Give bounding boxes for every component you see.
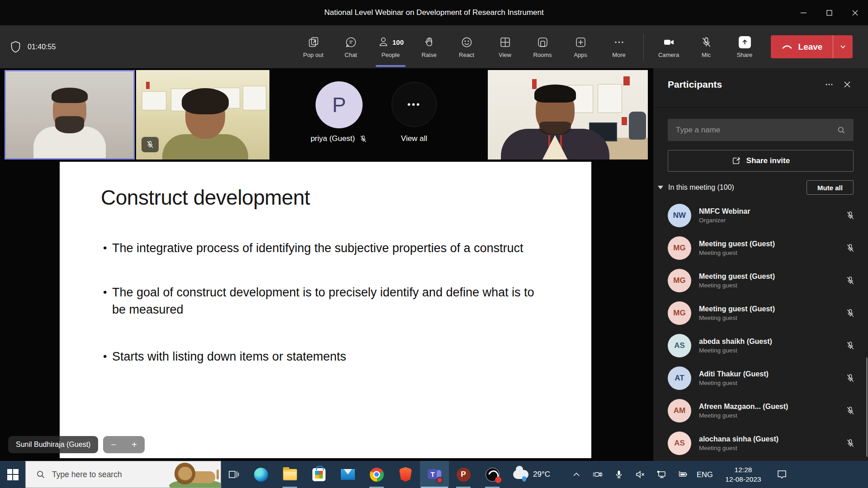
- chat-button[interactable]: Chat: [332, 29, 370, 65]
- participant-name: Meeting guest (Guest): [699, 305, 775, 313]
- leave-button[interactable]: Leave: [771, 35, 853, 58]
- mic-muted-icon[interactable]: [845, 341, 855, 351]
- mic-muted-icon[interactable]: [845, 373, 855, 383]
- maximize-button[interactable]: [816, 0, 842, 25]
- participant-row[interactable]: AM Afreen Mazgaon... (Guest)Meeting gues…: [653, 394, 868, 427]
- brave-icon: [399, 467, 412, 482]
- taskbar-app-edge[interactable]: [246, 461, 275, 488]
- camera-button[interactable]: Camera: [650, 29, 688, 65]
- zoom-out-button[interactable]: −: [111, 440, 116, 449]
- speaker-muted-icon: [635, 469, 646, 480]
- participant-row[interactable]: AS alochana sinha (Guest)Meeting guest: [653, 427, 868, 460]
- mic-muted-icon[interactable]: [845, 211, 855, 221]
- taskbar-app-chrome[interactable]: [362, 461, 391, 488]
- popout-icon: [307, 36, 320, 48]
- video-tile-1[interactable]: [5, 70, 135, 160]
- mic-muted-icon[interactable]: [845, 406, 855, 416]
- taskbar-app-teams[interactable]: T: [420, 461, 449, 488]
- raise-hand-button[interactable]: Raise: [410, 29, 448, 65]
- rooms-button[interactable]: Rooms: [524, 29, 561, 65]
- taskbar-app-file-explorer[interactable]: [275, 461, 304, 488]
- taskbar-app-brave[interactable]: [391, 461, 420, 488]
- taskbar-app-store[interactable]: [304, 461, 333, 488]
- notification-badge: [436, 477, 443, 483]
- clock[interactable]: 12:28 12-08-2023: [717, 465, 770, 484]
- mic-muted-icon: [700, 36, 712, 48]
- shared-presentation-slide: Construct development The integrative pr…: [60, 162, 591, 458]
- mic-muted-icon[interactable]: [845, 276, 855, 286]
- search-highlight-lion-image[interactable]: [172, 461, 221, 488]
- tray-battery[interactable]: [672, 461, 693, 488]
- minimize-button[interactable]: [791, 0, 816, 25]
- video-feed-1: [6, 71, 133, 158]
- mic-button[interactable]: Mic: [687, 29, 725, 65]
- taskbar-app-obs[interactable]: [478, 461, 507, 488]
- mic-muted-icon[interactable]: [845, 308, 855, 318]
- avatar-initial: P: [332, 93, 346, 117]
- action-center-button[interactable]: [770, 461, 793, 488]
- popout-button[interactable]: Pop out: [294, 29, 332, 65]
- tray-expand-button[interactable]: [566, 461, 587, 488]
- video-feed-3: [488, 70, 648, 160]
- chevron-down-icon[interactable]: [658, 186, 663, 189]
- more-button[interactable]: More: [600, 29, 638, 65]
- camera-icon: [663, 36, 675, 48]
- people-count: 100: [392, 38, 404, 46]
- participant-search-input[interactable]: [668, 126, 837, 135]
- video-tile-3[interactable]: [488, 70, 648, 160]
- tray-volume[interactable]: [629, 461, 651, 488]
- zoom-in-button[interactable]: +: [132, 440, 137, 449]
- participants-more-button[interactable]: [820, 77, 838, 92]
- battery-icon: [677, 469, 688, 480]
- tray-mic[interactable]: [608, 461, 629, 488]
- share-button[interactable]: Share: [726, 29, 764, 65]
- avatar: AM: [668, 399, 691, 422]
- tray-camera[interactable]: [587, 461, 608, 488]
- mic-muted-icon[interactable]: [845, 438, 855, 448]
- video-tile-2[interactable]: [136, 70, 269, 160]
- start-button[interactable]: [0, 461, 25, 488]
- avatar: AS: [668, 334, 691, 357]
- panel-scrollbar[interactable]: [866, 357, 868, 457]
- taskbar-search[interactable]: [25, 461, 221, 488]
- participant-row[interactable]: AT Aditi Thakur (Guest)Meeting guest: [653, 362, 868, 394]
- participant-avatar-priya[interactable]: P: [316, 81, 363, 128]
- participant-row[interactable]: MG Meeting guest (Guest)Meeting guest: [653, 264, 868, 297]
- date: 12-08-2023: [717, 474, 770, 484]
- participant-row[interactable]: AS abeda shaikh (Guest)Meeting guest: [653, 329, 868, 362]
- weather-widget[interactable]: 29°C: [513, 470, 566, 479]
- mic-muted-icon[interactable]: [845, 243, 855, 253]
- participant-list: NW NMFC WebinarOrganizer MG Meeting gues…: [653, 199, 868, 461]
- rooms-icon: [537, 36, 549, 48]
- taskbar-search-input[interactable]: [52, 470, 147, 479]
- participant-row[interactable]: NW NMFC WebinarOrganizer: [653, 199, 868, 232]
- participant-row[interactable]: MG Meeting guest (Guest)Meeting guest: [653, 232, 868, 264]
- mute-all-button[interactable]: Mute all: [807, 180, 854, 195]
- task-view-button[interactable]: [221, 461, 246, 488]
- close-icon: [843, 80, 852, 89]
- view-button[interactable]: View: [486, 29, 524, 65]
- system-tray: 29°C ENG 12:28 12-08-2023: [513, 461, 793, 488]
- tray-network[interactable]: [651, 461, 672, 488]
- participant-role: Meeting guest: [699, 412, 845, 419]
- react-button[interactable]: React: [448, 29, 486, 65]
- participants-close-button[interactable]: [838, 77, 856, 92]
- avatar-name-label: priya (Guest): [280, 134, 398, 143]
- meeting-timer: 01:40:55: [10, 25, 56, 68]
- leave-options-button[interactable]: [833, 35, 853, 58]
- participant-row[interactable]: MG Meeting guest (Guest)Meeting guest: [653, 297, 868, 329]
- people-button[interactable]: 100 People: [369, 29, 412, 65]
- window-title: National Level Webinar on Development of…: [0, 8, 868, 17]
- taskbar-app-psiphon[interactable]: P: [449, 461, 478, 488]
- participant-search[interactable]: [668, 119, 854, 141]
- mail-icon: [341, 469, 355, 480]
- taskbar-app-mail[interactable]: [333, 461, 362, 488]
- chevron-down-icon: [840, 43, 846, 50]
- language-indicator[interactable]: ENG: [693, 470, 717, 479]
- apps-button[interactable]: Apps: [561, 29, 599, 65]
- microsoft-store-icon: [312, 468, 326, 481]
- view-all-button[interactable]: •••: [392, 82, 437, 127]
- close-button[interactable]: [842, 0, 868, 25]
- share-invite-button[interactable]: Share invite: [668, 150, 854, 172]
- search-icon: [36, 469, 46, 479]
